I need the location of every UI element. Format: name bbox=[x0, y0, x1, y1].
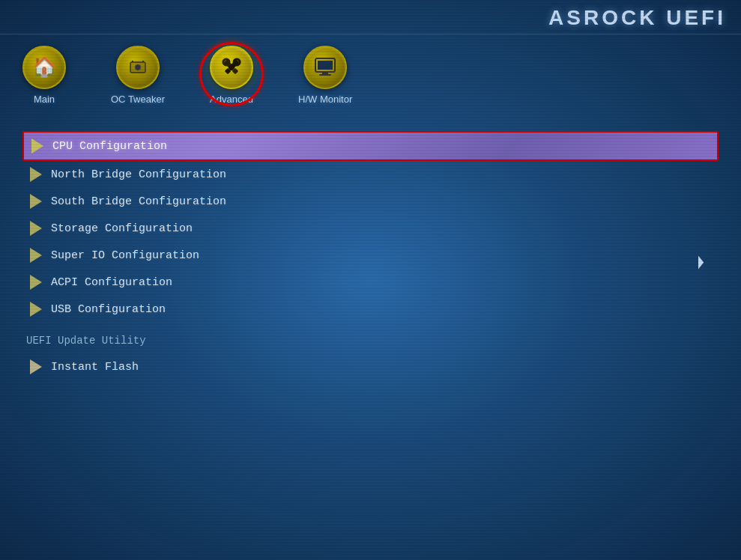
arrow-icon bbox=[30, 302, 42, 317]
item-label-usb: USB Configuration bbox=[51, 303, 166, 316]
main-icon: 🏠 bbox=[22, 46, 66, 89]
arrow-icon bbox=[30, 248, 42, 263]
item-label-acpi: ACPI Configuration bbox=[51, 276, 172, 289]
nav-item-main[interactable]: 🏠 Main bbox=[15, 42, 73, 109]
section-divider: UEFI Update Utility bbox=[22, 334, 719, 347]
nav-label-advanced: Advanced bbox=[210, 94, 253, 105]
item-label-instant-flash: Instant Flash bbox=[51, 361, 139, 374]
item-label-super-io: Super IO Configuration bbox=[51, 249, 199, 262]
nav-item-oc-tweaker[interactable]: OC Tweaker bbox=[103, 42, 172, 109]
nav-bar: 🏠 Main OC Tweaker bbox=[0, 34, 741, 109]
nav-item-advanced[interactable]: Advanced bbox=[202, 42, 261, 109]
arrow-icon bbox=[30, 167, 42, 182]
hw-monitor-icon bbox=[303, 46, 347, 89]
arrow-icon-flash bbox=[30, 359, 42, 374]
nav-label-hw-monitor: H/W Monitor bbox=[298, 94, 352, 105]
menu-item-south-bridge[interactable]: South Bridge Configuration bbox=[22, 188, 719, 215]
svg-rect-12 bbox=[322, 72, 328, 74]
advanced-icon bbox=[210, 46, 253, 89]
arrow-icon bbox=[30, 221, 42, 236]
menu-item-acpi[interactable]: ACPI Configuration bbox=[22, 269, 719, 296]
header: ASROCK UEFI bbox=[0, 0, 741, 34]
section-label: UEFI Update Utility bbox=[22, 335, 146, 347]
nav-label-main: Main bbox=[34, 94, 55, 105]
nav-item-hw-monitor[interactable]: H/W Monitor bbox=[291, 42, 360, 109]
svg-rect-11 bbox=[318, 61, 333, 70]
menu-item-instant-flash[interactable]: Instant Flash bbox=[22, 353, 719, 380]
svg-rect-13 bbox=[319, 74, 331, 76]
utility-list: Instant Flash bbox=[22, 353, 719, 380]
item-label-south-bridge: South Bridge Configuration bbox=[51, 195, 226, 208]
menu-item-north-bridge[interactable]: North Bridge Configuration bbox=[22, 161, 719, 188]
app-title: ASROCK UEFI bbox=[548, 6, 726, 30]
arrow-icon bbox=[31, 139, 43, 153]
item-label-storage: Storage Configuration bbox=[51, 222, 193, 235]
svg-point-1 bbox=[135, 64, 141, 70]
menu-item-usb[interactable]: USB Configuration bbox=[22, 296, 719, 323]
menu-item-super-io[interactable]: Super IO Configuration bbox=[22, 242, 719, 269]
arrow-icon bbox=[30, 194, 42, 209]
oc-tweaker-icon bbox=[116, 46, 160, 89]
nav-label-oc-tweaker: OC Tweaker bbox=[111, 94, 165, 105]
main-content: CPU Configuration North Bridge Configura… bbox=[0, 116, 741, 395]
arrow-icon bbox=[30, 275, 42, 290]
menu-item-storage[interactable]: Storage Configuration bbox=[22, 215, 719, 242]
menu-list: CPU Configuration North Bridge Configura… bbox=[22, 131, 719, 323]
menu-item-cpu-config[interactable]: CPU Configuration bbox=[22, 131, 719, 161]
item-label-cpu-config: CPU Configuration bbox=[52, 140, 167, 153]
item-label-north-bridge: North Bridge Configuration bbox=[51, 168, 226, 181]
